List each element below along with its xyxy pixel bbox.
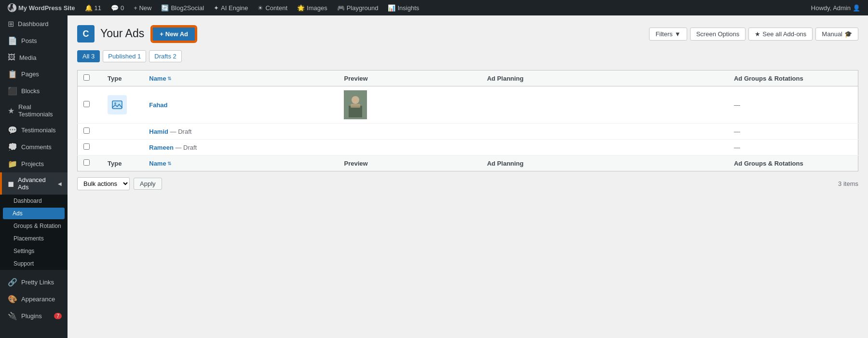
submenu-item-placements[interactable]: Placements	[0, 232, 68, 245]
adminbar-playground[interactable]: 🎮 Playground	[333, 0, 382, 15]
table-row: Rameen — Draft —	[78, 140, 858, 155]
plugin-icon-letter: C	[83, 29, 89, 39]
table-row: Hamid — Draft —	[78, 124, 858, 140]
sidebar-item-blocks[interactable]: ⬛ Blocks	[0, 83, 68, 99]
sidebar-item-media[interactable]: 🖼 Media	[0, 49, 68, 66]
submenu-item-support[interactable]: Support	[0, 257, 68, 270]
sidebar-item-label: Dashboard	[18, 20, 49, 28]
media-icon: 🖼	[8, 53, 15, 62]
row-groups-cell: —	[728, 124, 858, 140]
table-footer-row: Type Name ⇅ Preview Ad Planning	[78, 155, 858, 171]
sidebar-item-label: Pages	[21, 70, 39, 78]
th-ad-groups: Ad Groups & Rotations	[728, 70, 858, 86]
new-ad-button[interactable]: + New Ad	[152, 27, 196, 42]
row-preview-cell	[338, 140, 481, 155]
adminbar-comments[interactable]: 💬 0	[107, 0, 128, 15]
adminbar-ai-engine[interactable]: ✦ AI Engine	[210, 0, 252, 15]
tfoot-name-sort-link[interactable]: Name ⇅	[149, 160, 332, 167]
plugins-badge: 7	[54, 313, 62, 319]
row-checkbox[interactable]	[83, 143, 90, 150]
ad-name-link[interactable]: Rameen	[149, 144, 174, 151]
sidebar-item-real-testimonials[interactable]: ★ Real Testimonials	[0, 99, 68, 122]
comments-count: 0	[121, 4, 124, 12]
sidebar-item-appearance[interactable]: 🎨 Appearance	[0, 291, 68, 308]
select-all-footer-checkbox[interactable]	[83, 159, 90, 166]
preview-image-svg	[344, 90, 367, 119]
ai-icon: ✦	[214, 4, 219, 12]
adminbar-blog2social[interactable]: 🔄 Blog2Social	[157, 0, 208, 15]
sidebar-item-label: Real Testimonials	[18, 103, 62, 118]
ad-preview-image	[344, 90, 367, 119]
blog2social-icon: 🔄	[161, 4, 169, 12]
screen-options-button[interactable]: Screen Options	[690, 28, 746, 41]
comments-icon: 💬	[111, 4, 119, 12]
row-checkbox[interactable]	[83, 101, 90, 107]
manual-button[interactable]: Manual 🎓	[815, 28, 858, 41]
adminbar-user[interactable]: Howdy, Admin 👤	[807, 0, 864, 15]
submenu-item-dashboard[interactable]: Dashboard	[0, 195, 68, 207]
sidebar-item-label: Pretty Links	[21, 279, 54, 286]
svg-point-1	[114, 102, 116, 104]
draft-label: — Draft	[175, 144, 197, 151]
advanced-ads-submenu: Dashboard Ads Groups & Rotation Placemen…	[0, 195, 68, 270]
tfoot-th-groups: Ad Groups & Rotations	[728, 155, 858, 171]
sidebar-item-advanced-ads[interactable]: ◼ Advanced Ads ◀	[0, 172, 68, 195]
name-sort-link[interactable]: Name ⇅	[149, 75, 332, 82]
ad-name-link[interactable]: Fahad	[149, 101, 167, 109]
submenu-item-ads[interactable]: Ads	[3, 208, 65, 219]
sidebar-item-projects[interactable]: 📁 Projects	[0, 155, 68, 172]
row-groups-cell: —	[728, 86, 858, 124]
adminbar-images[interactable]: 🌟 Images	[293, 0, 331, 15]
sidebar-item-plugins[interactable]: 🔌 Plugins 7	[0, 308, 68, 324]
submenu-item-settings[interactable]: Settings	[0, 245, 68, 257]
row-checkbox[interactable]	[83, 127, 90, 134]
ad-name-link[interactable]: Hamid	[149, 128, 168, 135]
preview-header-label: Preview	[344, 75, 367, 82]
tfoot-th-type: Type	[102, 155, 143, 171]
filter-tab-drafts[interactable]: Drafts 2	[149, 50, 182, 62]
real-testimonials-icon: ★	[8, 106, 14, 115]
adminbar-content[interactable]: ☀ Content	[254, 0, 291, 15]
tfoot-th-planning: Ad Planning	[481, 155, 728, 171]
filter-icon: ▼	[675, 30, 681, 38]
header-right-buttons: Filters ▼ Screen Options ★ See all Add-o…	[649, 28, 858, 41]
apply-button[interactable]: Apply	[134, 178, 162, 190]
adminbar-insights[interactable]: 📊 Insights	[384, 0, 423, 15]
adminbar-new[interactable]: + New	[130, 0, 155, 15]
th-checkbox	[78, 70, 102, 86]
filter-tab-published[interactable]: Published 1	[103, 50, 146, 62]
filters-button[interactable]: Filters ▼	[649, 28, 687, 41]
adminbar-site-name[interactable]: My WordPress Site	[4, 0, 79, 15]
page-header: C Your Ads + New Ad Filters ▼ Screen Opt…	[77, 25, 858, 42]
playground-icon: 🎮	[337, 4, 345, 12]
plugins-icon: 🔌	[8, 311, 17, 321]
row-name-cell: Rameen — Draft	[143, 140, 338, 155]
projects-icon: 📁	[8, 159, 17, 169]
ad-groups-header-label: Ad Groups & Rotations	[734, 75, 803, 82]
see-all-addons-button[interactable]: ★ See all Add-ons	[748, 28, 813, 41]
sidebar-item-posts[interactable]: 📄 Posts	[0, 32, 68, 49]
howdy-label: Howdy, Admin	[811, 4, 851, 12]
row-planning-cell	[481, 124, 728, 140]
filter-tab-all[interactable]: All 3	[77, 50, 100, 62]
table-row: Fahad —	[78, 86, 858, 124]
new-ad-label: New Ad	[165, 30, 188, 38]
row-name-cell: Hamid — Draft	[143, 124, 338, 140]
sidebar-item-pages[interactable]: 📋 Pages	[0, 66, 68, 83]
bulk-actions-select[interactable]: Bulk actions Delete	[77, 177, 130, 190]
row-preview-cell	[338, 86, 481, 124]
sidebar-item-pretty-links[interactable]: 🔗 Pretty Links	[0, 274, 68, 291]
sidebar-item-dashboard[interactable]: ⊞ Dashboard	[0, 15, 68, 32]
manual-label: Manual	[822, 30, 842, 38]
table-header-row: Type Name ⇅ Preview Ad Planning	[78, 70, 858, 86]
posts-icon: 📄	[8, 36, 17, 45]
row-type-cell	[102, 86, 143, 124]
sidebar-item-testimonials[interactable]: 💬 Testimonials	[0, 122, 68, 139]
see-all-addons-label: See all Add-ons	[762, 30, 806, 38]
sidebar-item-comments[interactable]: 💭 Comments	[0, 139, 68, 155]
select-all-checkbox[interactable]	[83, 74, 90, 81]
row-planning-cell	[481, 86, 728, 124]
adminbar-notifications[interactable]: 🔔 11	[81, 0, 105, 15]
submenu-arrow-icon: ◀	[58, 181, 62, 186]
submenu-item-groups-rotation[interactable]: Groups & Rotation	[0, 220, 68, 232]
